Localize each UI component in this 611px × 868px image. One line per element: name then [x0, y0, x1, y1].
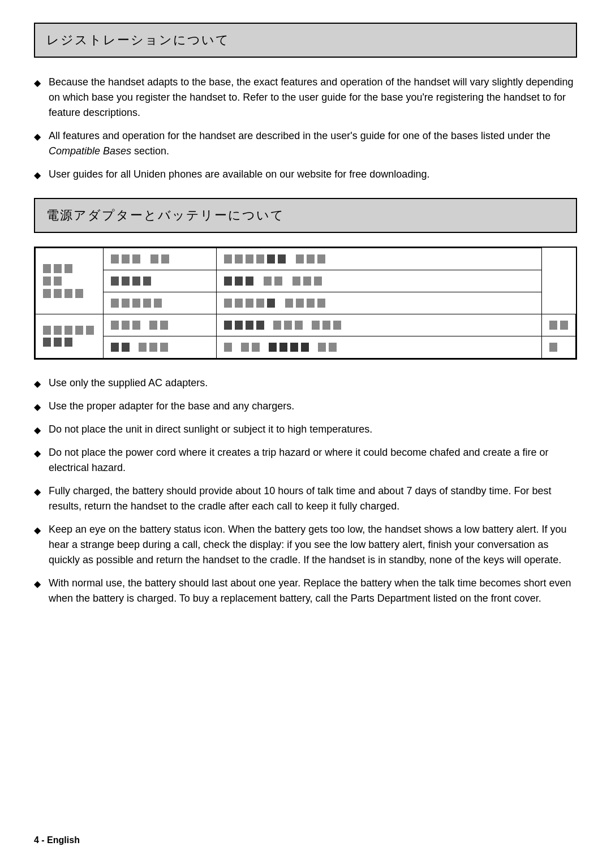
header-title: レジストレーションについて — [46, 33, 230, 47]
bullet-diamond: ◆ — [34, 76, 41, 90]
header-bar: レジストレーションについて — [34, 23, 577, 58]
list-item: ◆ Fully charged, the battery should prov… — [34, 483, 577, 514]
table-cell — [217, 314, 542, 336]
list-item: ◆ Use the proper adapter for the base an… — [34, 399, 577, 414]
section2-bar: 電源アダプターとバッテリーについて — [34, 198, 577, 233]
table-cell — [104, 270, 217, 292]
bullet-diamond: ◆ — [34, 169, 41, 182]
list-item: ◆ With normal use, the battery should la… — [34, 576, 577, 606]
list-item: ◆ Do not place the unit in direct sunlig… — [34, 422, 577, 437]
list-item-text: User guides for all Uniden phones are av… — [49, 167, 577, 182]
list-item: ◆ Because the handset adapts to the base… — [34, 75, 577, 120]
table-cell — [542, 314, 576, 336]
page-number: 4 - English — [34, 835, 80, 845]
table-cell — [104, 248, 217, 270]
bullet-diamond: ◆ — [34, 377, 41, 391]
bullet-diamond: ◆ — [34, 424, 41, 437]
page-footer: 4 - English — [34, 835, 80, 845]
table-cell — [104, 314, 217, 336]
section2-title: 電源アダプターとバッテリーについて — [46, 208, 285, 222]
list-item: ◆ Use only the supplied AC adapters. — [34, 375, 577, 391]
list-item-text: Because the handset adapts to the base, … — [49, 75, 577, 120]
table-row — [36, 292, 576, 314]
table-cell — [217, 270, 542, 292]
list-item-text: Do not place the power cord where it cre… — [49, 445, 577, 476]
page: レジストレーションについて ◆ Because the handset adap… — [0, 0, 611, 868]
table-row — [36, 248, 576, 270]
table-cell — [36, 248, 104, 314]
list-item-text: All features and operation for the hands… — [49, 128, 577, 159]
table-row — [36, 336, 576, 359]
list-item-text: Fully charged, the battery should provid… — [49, 483, 577, 514]
table-cell — [217, 336, 542, 359]
bullet-list-section1: ◆ Because the handset adapts to the base… — [34, 75, 577, 182]
list-item-text: Keep an eye on the battery status icon. … — [49, 522, 577, 568]
bullet-diamond: ◆ — [34, 485, 41, 499]
bullet-diamond: ◆ — [34, 400, 41, 414]
table-cell — [217, 248, 542, 270]
table-row — [36, 270, 576, 292]
list-item: ◆ Do not place the power cord where it c… — [34, 445, 577, 476]
table-cell — [36, 314, 104, 359]
list-item-text: Do not place the unit in direct sunlight… — [49, 422, 577, 437]
table-cell — [104, 336, 217, 359]
cjk-table — [34, 247, 577, 360]
table-row — [36, 314, 576, 336]
list-item: ◆ All features and operation for the han… — [34, 128, 577, 159]
bullet-list-section2: ◆ Use only the supplied AC adapters. ◆ U… — [34, 375, 577, 606]
bullet-diamond: ◆ — [34, 130, 41, 144]
list-item-text: Use only the supplied AC adapters. — [49, 375, 577, 391]
list-item: ◆ Keep an eye on the battery status icon… — [34, 522, 577, 568]
bullet-diamond: ◆ — [34, 447, 41, 460]
table-cell — [542, 336, 576, 359]
bullet-diamond: ◆ — [34, 577, 41, 591]
list-item: ◆ User guides for all Uniden phones are … — [34, 167, 577, 182]
bullet-diamond: ◆ — [34, 524, 41, 537]
table-cell — [104, 292, 217, 314]
list-item-text: Use the proper adapter for the base and … — [49, 399, 577, 414]
list-item-text: With normal use, the battery should last… — [49, 576, 577, 606]
table-cell — [217, 292, 542, 314]
